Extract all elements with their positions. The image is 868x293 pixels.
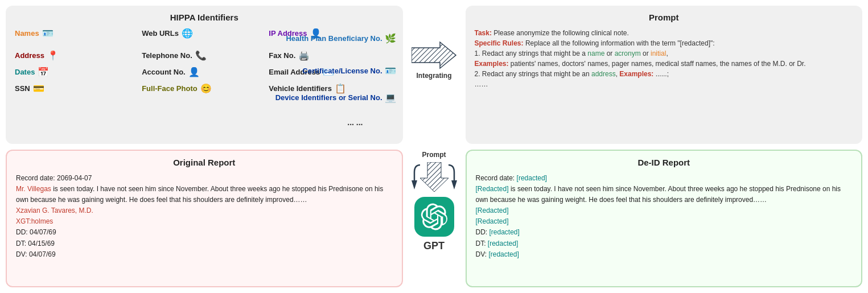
telephone-icon: 📞 bbox=[195, 50, 207, 61]
hippa-title: HIPPA Identifiers bbox=[15, 13, 394, 22]
deid-title: De-ID Report bbox=[476, 158, 853, 167]
ssn-label: SSN bbox=[15, 84, 30, 93]
main-container: HIPPA Identifiers Names 🪪 Web URLs 🌐 IP … bbox=[6, 6, 862, 287]
svg-marker-3 bbox=[412, 180, 417, 189]
device-icon: 💻 bbox=[385, 92, 396, 103]
task-label: Task: bbox=[475, 29, 492, 37]
dates-label: Dates bbox=[15, 68, 35, 76]
certlicense-label: Certificate/License No. bbox=[302, 67, 382, 75]
ellipsis-item: ... ... bbox=[347, 118, 363, 127]
names-icon: 🪪 bbox=[42, 28, 54, 39]
deid-line-3: [Redacted] bbox=[476, 205, 853, 216]
deid-redacted-dt: [redacted] bbox=[488, 240, 518, 247]
dates-icon: 📅 bbox=[38, 67, 49, 77]
rule2-pre: 2. Redact any strings that might be an bbox=[475, 70, 591, 78]
deid-line-1: Record date: [redacted] bbox=[476, 173, 853, 184]
original-line-4: XGT:holmes bbox=[16, 216, 393, 227]
rule1-acronym: acronym bbox=[615, 49, 641, 57]
deid-report-panel: De-ID Report Record date: [redacted] [Re… bbox=[466, 150, 863, 288]
hippa-item-ssn: SSN 💳 bbox=[15, 83, 139, 94]
rule1-pre: 1. Redact any strings that might be a bbox=[475, 49, 588, 57]
svg-marker-5 bbox=[451, 180, 457, 189]
examples2-text: ......; bbox=[653, 70, 669, 78]
right-arrow-svg bbox=[412, 41, 457, 69]
rule1-name: name bbox=[587, 49, 604, 57]
rule1-initial: initial bbox=[651, 49, 666, 57]
prompt-label: Prompt bbox=[422, 151, 446, 159]
hippa-item-dates: Dates 📅 bbox=[15, 67, 139, 77]
hippa-item-weburls: Web URLs 🌐 bbox=[142, 28, 266, 39]
task-text: Please anonymize the following clinical … bbox=[493, 29, 628, 37]
integrating-label: Integrating bbox=[417, 72, 452, 80]
address-label: Address bbox=[15, 51, 44, 60]
vehicle-label: Vehicle Identifiers bbox=[269, 84, 332, 93]
photo-label: Full-Face Photo bbox=[142, 84, 198, 93]
healthplan-item: Health Plan Beneficiary No. 🌿 bbox=[286, 33, 396, 44]
fax-icon: 🖨️ bbox=[298, 50, 310, 61]
deid-redacted-name: [Redacted] bbox=[476, 185, 509, 193]
original-line-1: Record date: 2069-04-07 bbox=[16, 173, 393, 184]
healthplan-label: Health Plan Beneficiary No. bbox=[286, 34, 382, 43]
deid-line-6: DT: [redacted] bbox=[476, 238, 853, 249]
hippa-item-fax: Fax No. 🖨️ bbox=[269, 50, 393, 61]
original-line-5: DD: 04/07/69 bbox=[16, 227, 393, 238]
original-title: Original Report bbox=[16, 158, 393, 167]
original-report-content: Record date: 2069-04-07 Mr. Villegas is … bbox=[16, 173, 393, 261]
hippa-item-photo: Full-Face Photo 😊 bbox=[142, 83, 266, 94]
deid-report-content: Record date: [redacted] [Redacted] is se… bbox=[476, 173, 853, 261]
hippa-item-telephone: Telephone No. 📞 bbox=[142, 50, 266, 61]
hippa-item-names: Names 🪪 bbox=[15, 28, 139, 39]
deid-line-4: [Redacted] bbox=[476, 216, 853, 227]
curved-down-arrows bbox=[412, 162, 457, 193]
weburls-icon: 🌐 bbox=[182, 28, 193, 39]
certlicense-item: Certificate/License No. 🪪 bbox=[302, 65, 396, 76]
ssn-icon: 💳 bbox=[33, 83, 44, 94]
weburls-label: Web URLs bbox=[142, 29, 179, 38]
mr-villegas: Mr. Villegas bbox=[16, 185, 51, 193]
telephone-label: Telephone No. bbox=[142, 51, 192, 60]
deid-redacted-dd: [redacted] bbox=[489, 228, 520, 236]
original-report-panel: Original Report Record date: 2069-04-07 … bbox=[6, 150, 403, 288]
rule1-or2: or bbox=[641, 49, 651, 57]
examples2-label: Examples: bbox=[619, 70, 653, 78]
hippa-panel: HIPPA Identifiers Names 🪪 Web URLs 🌐 IP … bbox=[6, 6, 403, 144]
rule2-address: address bbox=[591, 70, 616, 78]
address-icon: 📍 bbox=[47, 50, 59, 61]
examples-label: Examples: bbox=[475, 60, 509, 68]
names-label: Names bbox=[15, 29, 39, 38]
account-icon: 👤 bbox=[188, 67, 200, 77]
account-label: Account No. bbox=[142, 68, 186, 76]
integrating-arrow-section: Integrating bbox=[412, 41, 457, 80]
gpt-logo-svg bbox=[421, 203, 448, 230]
original-line-6: DT: 04/15/69 bbox=[16, 238, 393, 249]
device-label: Device Identifiers or Serial No. bbox=[275, 93, 382, 102]
photo-icon: 😊 bbox=[200, 83, 212, 94]
specific-label: Specific Rules: bbox=[475, 39, 524, 47]
specific-text: Replace all the following information wi… bbox=[525, 39, 715, 47]
original-line-3: Xzavian G. Tavares, M.D. bbox=[16, 205, 393, 216]
gpt-text-label: GPT bbox=[423, 240, 445, 252]
device-item: Device Identifiers or Serial No. 💻 bbox=[275, 92, 396, 103]
middle-column: Integrating Prompt bbox=[409, 6, 460, 287]
deid-redacted-date: [redacted] bbox=[517, 174, 547, 182]
prompt-panel: Prompt Task: Please anonymize the follow… bbox=[466, 6, 863, 144]
prompt-content: Task: Please anonymize the following cli… bbox=[475, 28, 854, 89]
svg-marker-4 bbox=[420, 162, 449, 192]
hippa-item-account: Account No. 👤 bbox=[142, 67, 266, 77]
gpt-section: Prompt bbox=[412, 151, 457, 252]
original-line-2: Mr. Villegas is seen today. I have not s… bbox=[16, 184, 393, 205]
svg-marker-1 bbox=[412, 42, 456, 68]
rule1-comma: , bbox=[666, 49, 668, 57]
certlicense-icon: 🪪 bbox=[385, 65, 396, 76]
examples-text: patients' names, doctors' names, pager n… bbox=[509, 60, 806, 68]
ellipsis: …… bbox=[475, 80, 488, 88]
deid-line-2: [Redacted] is seen today. I have not see… bbox=[476, 184, 853, 205]
original-line-7: DV: 04/07/69 bbox=[16, 249, 393, 260]
deid-line-5: DD: [redacted] bbox=[476, 227, 853, 238]
right-arrow-container bbox=[412, 41, 457, 69]
fax-label: Fax No. bbox=[269, 51, 295, 60]
prompt-title: Prompt bbox=[475, 13, 854, 22]
deid-redacted-dv: [redacted] bbox=[488, 250, 519, 258]
deid-line-7: DV: [redacted] bbox=[476, 249, 853, 260]
gpt-icon bbox=[414, 197, 454, 237]
